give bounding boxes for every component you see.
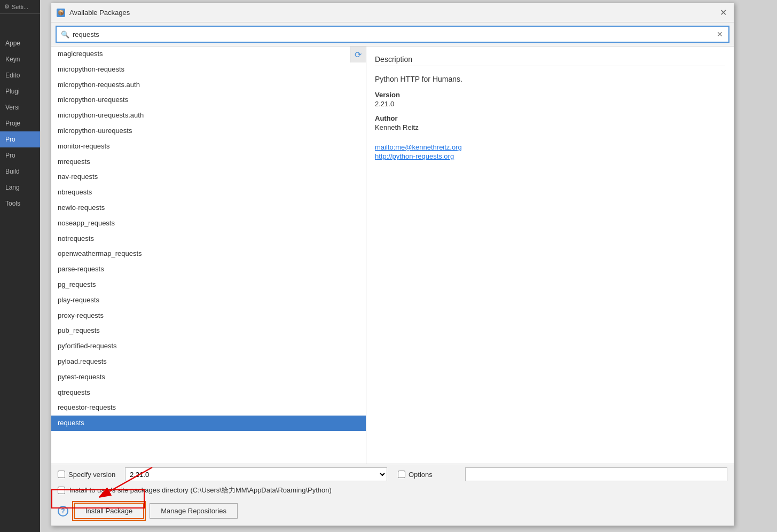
list-item[interactable]: monitor-requests: [51, 139, 366, 154]
website-link[interactable]: http://python-requests.org: [375, 152, 725, 160]
install-dir-label: Install to user's site packages director…: [69, 486, 332, 495]
list-item[interactable]: pg_requests: [51, 277, 366, 293]
search-clear-button[interactable]: ✕: [716, 30, 724, 38]
settings-sidebar: ⚙ Setti... Appe Keyn Edito Plugi Versi P…: [0, 0, 40, 532]
dialog-title: Available Packages: [69, 9, 130, 17]
list-item[interactable]: pyfortified-requests: [51, 339, 366, 354]
options-input[interactable]: [465, 467, 727, 481]
sidebar-item-keyn[interactable]: Keyn: [0, 51, 40, 67]
sidebar-item-pro2[interactable]: Pro: [0, 147, 40, 163]
list-item-selected[interactable]: requests: [51, 416, 366, 431]
dialog-content: ⟳ magicrequests micropython-requests mic…: [51, 46, 734, 464]
package-list[interactable]: magicrequests micropython-requests micro…: [51, 46, 366, 464]
list-item[interactable]: pub_requests: [51, 323, 366, 339]
list-item[interactable]: requestor-requests: [51, 400, 366, 416]
list-item[interactable]: micropython-urequests.auth: [51, 108, 366, 123]
dialog-overlay: 📦 Available Packages ✕ 🔍 ✕ ⟳ magicreques…: [45, 0, 745, 532]
dialog-buttons: ? Install Package Manage Repositories: [51, 498, 734, 526]
description-links: mailto:me@kennethreitz.org http://python…: [375, 143, 725, 161]
install-dir-checkbox[interactable]: [58, 487, 65, 494]
specify-version-label: Specify version: [68, 471, 122, 479]
list-item[interactable]: qtrequests: [51, 385, 366, 401]
author-label: Author: [375, 114, 725, 122]
manage-repositories-button[interactable]: Manage Repositories: [150, 503, 238, 519]
available-packages-dialog: 📦 Available Packages ✕ 🔍 ✕ ⟳ magicreques…: [51, 3, 734, 526]
description-main: Python HTTP for Humans.: [375, 75, 725, 83]
description-panel: Description Python HTTP for Humans. Vers…: [366, 46, 734, 464]
version-options-row: Specify version 2.21.0 Options: [51, 464, 734, 483]
list-item[interactable]: proxy-requests: [51, 308, 366, 324]
dialog-package-icon: 📦: [57, 9, 65, 17]
description-title: Description: [375, 55, 725, 66]
search-icon: 🔍: [61, 30, 69, 38]
version-label: Version: [375, 91, 725, 99]
specify-version-checkbox[interactable]: [58, 471, 65, 478]
list-item[interactable]: mrequests: [51, 154, 366, 170]
author-value: Kenneth Reitz: [375, 123, 725, 131]
list-item[interactable]: notrequests: [51, 231, 366, 247]
sidebar-item-plugi[interactable]: Plugi: [0, 83, 40, 99]
refresh-icon: ⟳: [355, 50, 362, 60]
help-button[interactable]: ?: [58, 506, 68, 517]
list-item[interactable]: newio-requests: [51, 200, 366, 216]
search-input[interactable]: [73, 30, 716, 38]
close-button[interactable]: ✕: [718, 7, 728, 18]
list-item[interactable]: micropython-uurequests: [51, 123, 366, 139]
sidebar-item-build[interactable]: Build: [0, 163, 40, 179]
options-checkbox[interactable]: [398, 471, 405, 478]
list-item[interactable]: nbrequests: [51, 185, 366, 200]
list-item[interactable]: pytest-requests: [51, 370, 366, 385]
list-item[interactable]: openweathermap_requests: [51, 246, 366, 262]
install-dir-row: Install to user's site packages director…: [51, 483, 734, 498]
settings-icon: ⚙: [4, 3, 10, 10]
sidebar-item-tools[interactable]: Tools: [0, 195, 40, 212]
dialog-title-left: 📦 Available Packages: [57, 9, 130, 17]
list-item[interactable]: micropython-urequests: [51, 92, 366, 108]
options-label: Options: [409, 471, 462, 479]
sidebar-item-edito[interactable]: Edito: [0, 67, 40, 83]
settings-nav: Appe Keyn Edito Plugi Versi Proje Pro Pr…: [0, 14, 40, 212]
list-item[interactable]: magicrequests: [51, 46, 366, 62]
list-item[interactable]: play-requests: [51, 293, 366, 308]
sidebar-item-lang[interactable]: Lang: [0, 179, 40, 195]
dialog-titlebar: 📦 Available Packages ✕: [51, 3, 734, 22]
email-link[interactable]: mailto:me@kennethreitz.org: [375, 143, 725, 151]
options-item: Options: [398, 467, 727, 481]
list-item[interactable]: micropython-requests.auth: [51, 77, 366, 93]
list-item[interactable]: nav-requests: [51, 169, 366, 185]
search-bar: 🔍 ✕: [56, 26, 729, 43]
version-value: 2.21.0: [375, 100, 725, 108]
specify-version-item: Specify version 2.21.0: [58, 467, 387, 481]
sidebar-item-pro1[interactable]: Pro: [0, 131, 40, 147]
sidebar-item-appe[interactable]: Appe: [0, 35, 40, 51]
version-select[interactable]: 2.21.0: [125, 467, 387, 481]
install-package-button[interactable]: Install Package: [74, 503, 144, 519]
refresh-button[interactable]: ⟳: [350, 46, 366, 62]
list-item[interactable]: pyload.requests: [51, 354, 366, 370]
sidebar-item-versi[interactable]: Versi: [0, 99, 40, 115]
list-item[interactable]: parse-requests: [51, 262, 366, 277]
settings-title: Setti...: [12, 4, 28, 10]
package-list-panel: ⟳ magicrequests micropython-requests mic…: [51, 46, 366, 464]
list-item[interactable]: noseapp_requests: [51, 216, 366, 231]
list-item[interactable]: micropython-requests: [51, 62, 366, 77]
sidebar-item-proje[interactable]: Proje: [0, 115, 40, 131]
